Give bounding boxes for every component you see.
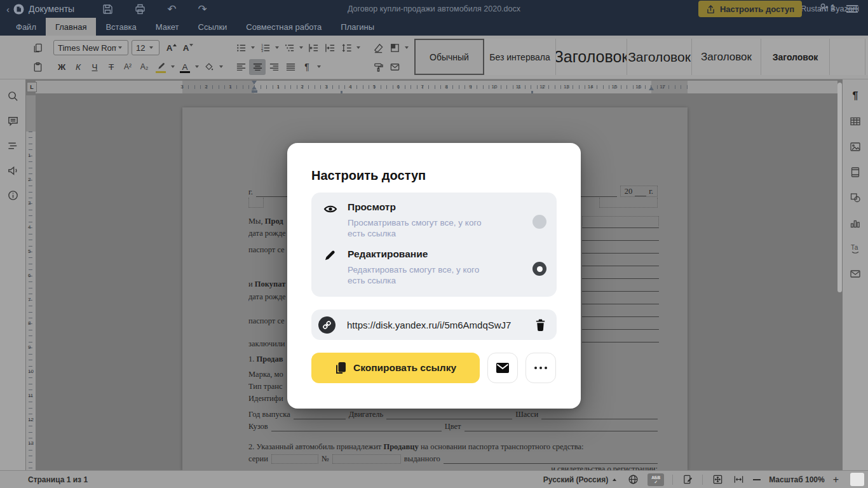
share-access-button[interactable]: Настроить доступ	[698, 1, 802, 17]
paste-button[interactable]	[29, 59, 46, 75]
more-options-button[interactable]	[526, 353, 556, 383]
bullet-list-button[interactable]	[233, 40, 249, 56]
underline-button[interactable]: Ч	[86, 59, 103, 75]
image-settings-icon[interactable]	[849, 140, 862, 153]
grow-font-button[interactable]: A	[163, 40, 180, 56]
fill-color-button[interactable]	[201, 59, 217, 75]
doc-text-fragment: Мы, Прод	[248, 217, 289, 226]
superscript-button[interactable]: A²	[119, 59, 136, 75]
align-center-button[interactable]	[249, 59, 266, 75]
option-view-label[interactable]: Просмотр	[348, 201, 396, 213]
language-selector[interactable]: Русский (Россия)	[543, 475, 608, 484]
increase-indent-button[interactable]	[322, 40, 338, 56]
subscript-button[interactable]: A₂	[136, 59, 153, 75]
app-name[interactable]: Документы	[29, 4, 74, 14]
tab-1[interactable]: Файл	[6, 18, 46, 36]
headers-footers-settings-icon[interactable]	[849, 166, 862, 179]
highlight-color-button[interactable]	[153, 59, 169, 75]
yandex-documents-logo-icon[interactable]	[13, 4, 24, 15]
copy-button[interactable]	[29, 40, 46, 56]
back-button[interactable]: ‹	[6, 4, 10, 14]
tab-5[interactable]: Ссылки	[189, 18, 237, 36]
spellcheck-toggle[interactable]: АБВ✓	[648, 473, 664, 486]
zoom-level[interactable]: Масштаб 100%	[769, 475, 824, 484]
tab-6[interactable]: Совместная работа	[236, 18, 331, 36]
style-no-spacing[interactable]: Без интервала	[484, 39, 556, 75]
share-by-email-button[interactable]	[487, 353, 518, 383]
clear-formatting-button[interactable]	[370, 40, 386, 56]
align-left-button[interactable]	[233, 59, 249, 75]
print-icon[interactable]	[135, 4, 146, 15]
line-spacing-button[interactable]	[338, 40, 355, 56]
chevron-down-icon	[149, 46, 153, 49]
delete-link-icon[interactable]	[534, 318, 546, 332]
format-painter-button[interactable]	[370, 59, 386, 75]
share-link-url[interactable]: https://disk.yandex.ru/i/5m6AmdqSwJ7	[347, 320, 529, 330]
styles-gallery-expand-button[interactable]	[865, 39, 868, 75]
track-changes-icon[interactable]	[681, 473, 694, 486]
redo-icon[interactable]: ↷	[198, 4, 207, 15]
numbered-list-button[interactable]: 123	[257, 40, 273, 56]
shape-settings-icon[interactable]	[849, 191, 862, 204]
radio-view[interactable]	[532, 215, 546, 229]
style-empty[interactable]	[830, 39, 865, 75]
multilevel-list-button[interactable]	[281, 40, 297, 56]
style-heading3[interactable]: Заголовок	[692, 39, 761, 75]
justify-button[interactable]	[282, 59, 299, 75]
font-color-button[interactable]: А	[177, 59, 193, 75]
undo-icon[interactable]: ↶	[167, 4, 176, 15]
style-normal[interactable]: Обычный	[414, 39, 484, 75]
first-line-indent-marker[interactable]	[252, 81, 257, 85]
table-settings-icon[interactable]	[849, 115, 862, 128]
tab-7[interactable]: Плагины	[331, 18, 384, 36]
tab-4[interactable]: Макет	[146, 18, 189, 36]
align-right-button[interactable]	[266, 59, 282, 75]
doc-text-fragment: паспорт се	[248, 316, 289, 326]
search-icon[interactable]	[6, 90, 19, 102]
chart-settings-icon[interactable]	[849, 217, 862, 229]
feedback-icon[interactable]	[6, 164, 19, 177]
zoom-out-button[interactable]	[753, 479, 761, 480]
comments-icon[interactable]	[6, 114, 19, 127]
mail-merge-button[interactable]	[386, 59, 403, 75]
style-heading2[interactable]: Заголовок	[627, 39, 692, 75]
font-size-select[interactable]: 12	[132, 40, 159, 55]
shading-button[interactable]	[386, 40, 403, 56]
collaborators-button[interactable]: 1	[818, 2, 835, 13]
decrease-indent-button[interactable]	[305, 40, 322, 56]
fit-page-icon[interactable]	[711, 473, 724, 486]
right-indent-marker[interactable]	[649, 86, 654, 90]
ruler-number: 13	[564, 84, 569, 90]
language-globe-icon[interactable]	[627, 473, 639, 486]
about-icon[interactable]	[6, 189, 19, 201]
zoom-in-button[interactable]: +	[833, 474, 839, 485]
strikethrough-button[interactable]: Т	[103, 59, 119, 75]
font-family-select[interactable]: Times New Roman	[53, 40, 128, 55]
show-paragraph-marks-button[interactable]: ¶	[299, 59, 315, 75]
style-heading4[interactable]: Заголовок	[761, 39, 830, 75]
tab-2[interactable]: Главная	[46, 18, 96, 36]
vertical-ruler[interactable]: 12345678910111213	[26, 95, 36, 470]
tab-selector[interactable]: L	[27, 82, 37, 92]
paragraph-settings-icon[interactable]: ¶	[849, 90, 862, 102]
vertical-scrollbar[interactable]	[837, 83, 842, 292]
copy-link-button[interactable]: Скопировать ссылку	[311, 353, 480, 383]
horizontal-ruler[interactable]: 1231234567891011121314151617	[36, 81, 837, 93]
tab-3[interactable]: Вставка	[96, 18, 146, 36]
shrink-font-button[interactable]: A	[180, 40, 196, 56]
fit-width-icon[interactable]	[732, 473, 745, 486]
mail-merge-settings-icon[interactable]	[849, 268, 862, 280]
statusbar: Страница 1 из 1 Русский (Россия) АБВ✓ Ма…	[0, 470, 868, 488]
bold-button[interactable]: Ж	[53, 59, 70, 75]
radio-edit[interactable]	[532, 262, 546, 276]
hamburger-menu-icon[interactable]	[846, 5, 858, 13]
option-edit-label[interactable]: Редактирование	[348, 248, 428, 260]
italic-button[interactable]: К	[70, 59, 86, 75]
left-indent-marker[interactable]	[252, 90, 257, 93]
text-art-settings-icon[interactable]: Та	[849, 242, 862, 255]
scroll-corner[interactable]	[850, 473, 864, 486]
navigation-icon[interactable]	[6, 139, 19, 152]
save-icon[interactable]	[102, 4, 113, 15]
style-heading1[interactable]: Заголовок	[556, 39, 627, 75]
hanging-indent-marker[interactable]	[252, 86, 257, 90]
